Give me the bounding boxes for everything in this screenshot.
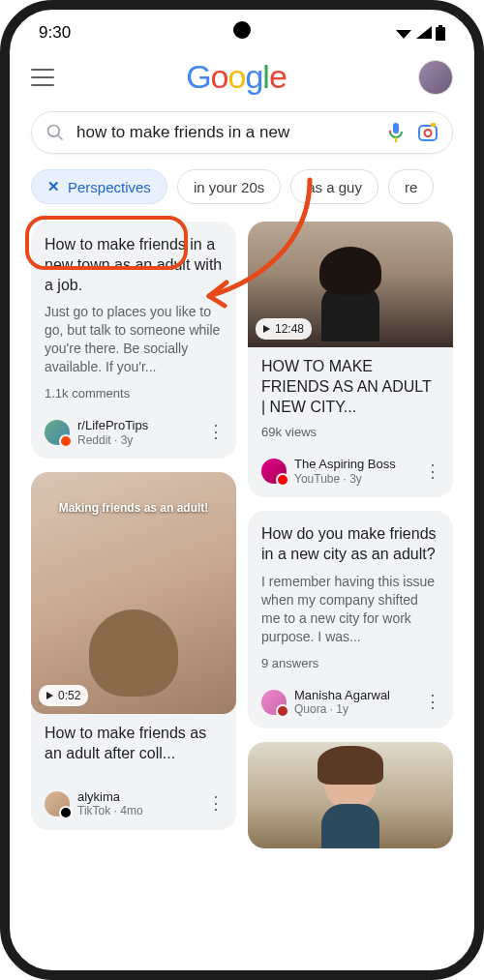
source-avatar bbox=[261, 459, 287, 484]
video-duration: 0:52 bbox=[39, 685, 88, 706]
play-icon bbox=[263, 325, 270, 333]
chip-label: Perspectives bbox=[68, 179, 151, 195]
card-title: How do you make friends in a new city as… bbox=[261, 524, 439, 565]
card-footer: The Aspiring Boss YouTube · 3y ⋮ bbox=[248, 449, 453, 497]
card-footer: r/LifeProTips Reddit · 3y ⋮ bbox=[31, 410, 236, 459]
chip-in-your-20s[interactable]: in your 20s bbox=[177, 169, 281, 204]
result-card-quora[interactable]: How do you make friends in a new city as… bbox=[248, 511, 453, 728]
filter-chips-row[interactable]: ✕ Perspectives in your 20s as a guy re bbox=[10, 165, 474, 216]
search-input[interactable] bbox=[76, 123, 375, 142]
source-platform: YouTube · 3y bbox=[294, 472, 414, 486]
quora-badge-icon bbox=[276, 704, 289, 718]
more-icon[interactable]: ⋮ bbox=[205, 429, 227, 435]
svg-point-6 bbox=[389, 131, 391, 133]
source-avatar bbox=[45, 791, 70, 817]
source-author: Manisha Agarwal bbox=[294, 688, 414, 703]
source-author: r/LifeProTips bbox=[77, 418, 197, 433]
source-author: alykima bbox=[77, 789, 197, 805]
svg-rect-9 bbox=[431, 123, 436, 127]
camera-notch bbox=[233, 21, 251, 39]
phone-frame: 9:30 Google ✕ Per bbox=[0, 0, 484, 980]
video-duration: 12:48 bbox=[256, 318, 312, 340]
result-card-partial[interactable] bbox=[248, 742, 453, 848]
card-snippet: Just go to places you like to go, but ta… bbox=[45, 303, 223, 376]
card-meta: 1.1k comments bbox=[45, 386, 223, 401]
svg-point-2 bbox=[48, 126, 60, 137]
status-time: 9:30 bbox=[39, 23, 71, 43]
card-title: HOW TO MAKE FRIENDS AS AN ADULT | NEW CI… bbox=[261, 357, 439, 417]
wifi-icon bbox=[395, 25, 412, 41]
card-snippet: I remember having this issue when my com… bbox=[261, 573, 439, 646]
chip-label: re bbox=[405, 179, 417, 195]
signal-icon bbox=[416, 25, 432, 41]
result-card-tiktok[interactable]: Making friends as an adult! ♪ TikTok 0:5… bbox=[31, 472, 236, 830]
play-icon bbox=[46, 692, 53, 699]
svg-point-8 bbox=[425, 130, 432, 136]
app-header: Google bbox=[10, 48, 474, 102]
card-title: How to make friends as an adult after co… bbox=[45, 724, 223, 764]
results-grid: How to make friends in a new town as an … bbox=[10, 216, 474, 848]
search-bar[interactable] bbox=[31, 111, 453, 154]
video-thumbnail[interactable] bbox=[248, 742, 453, 848]
profile-avatar[interactable] bbox=[418, 60, 453, 95]
card-footer: Manisha Agarwal Quora · 1y ⋮ bbox=[248, 680, 453, 728]
svg-rect-1 bbox=[439, 25, 442, 27]
chip-label: in your 20s bbox=[194, 179, 264, 195]
results-column-right: 12:48 HOW TO MAKE FRIENDS AS AN ADULT | … bbox=[248, 222, 453, 848]
source-platform: Quora · 1y bbox=[294, 702, 414, 716]
menu-icon[interactable] bbox=[31, 69, 54, 86]
card-meta: 9 answers bbox=[261, 656, 439, 670]
source-avatar bbox=[45, 420, 70, 445]
source-avatar bbox=[261, 690, 287, 715]
source-platform: Reddit · 3y bbox=[77, 433, 197, 447]
svg-line-3 bbox=[58, 135, 63, 140]
chip-partial[interactable]: re bbox=[388, 169, 434, 204]
mic-icon[interactable] bbox=[386, 122, 406, 143]
svg-rect-4 bbox=[393, 123, 399, 134]
youtube-badge-icon bbox=[276, 473, 289, 487]
card-title: How to make friends in a new town as an … bbox=[45, 235, 223, 295]
svg-rect-0 bbox=[436, 27, 445, 41]
card-meta: 69k views bbox=[261, 425, 439, 439]
result-card-youtube[interactable]: 12:48 HOW TO MAKE FRIENDS AS AN ADULT | … bbox=[248, 222, 453, 497]
person-illustration bbox=[312, 251, 389, 347]
results-column-left: How to make friends in a new town as an … bbox=[31, 222, 236, 848]
chip-label: as a guy bbox=[307, 179, 362, 195]
card-footer: alykima TikTok · 4mo ⋮ bbox=[31, 782, 236, 830]
search-icon bbox=[45, 123, 65, 142]
svg-rect-7 bbox=[419, 126, 437, 140]
camera-icon[interactable] bbox=[417, 122, 439, 143]
close-icon[interactable]: ✕ bbox=[47, 178, 60, 195]
source-author: The Aspiring Boss bbox=[294, 457, 414, 472]
reddit-badge-icon bbox=[59, 434, 73, 448]
status-indicators bbox=[395, 25, 445, 41]
chip-as-a-guy[interactable]: as a guy bbox=[290, 169, 378, 204]
video-caption-overlay: Making friends as an adult! bbox=[31, 501, 236, 515]
more-icon[interactable]: ⋮ bbox=[422, 698, 443, 705]
google-logo: Google bbox=[54, 58, 418, 96]
more-icon[interactable]: ⋮ bbox=[205, 800, 227, 807]
battery-icon bbox=[436, 25, 445, 41]
chip-perspectives[interactable]: ✕ Perspectives bbox=[31, 169, 167, 204]
video-thumbnail[interactable]: Making friends as an adult! ♪ TikTok 0:5… bbox=[31, 472, 236, 714]
tiktok-badge-icon bbox=[59, 806, 73, 819]
person-illustration bbox=[312, 752, 389, 848]
result-card-reddit[interactable]: How to make friends in a new town as an … bbox=[31, 222, 236, 459]
video-thumbnail[interactable]: 12:48 bbox=[248, 222, 453, 347]
more-icon[interactable]: ⋮ bbox=[422, 468, 443, 475]
person-illustration bbox=[95, 617, 172, 714]
source-platform: TikTok · 4mo bbox=[77, 804, 197, 817]
